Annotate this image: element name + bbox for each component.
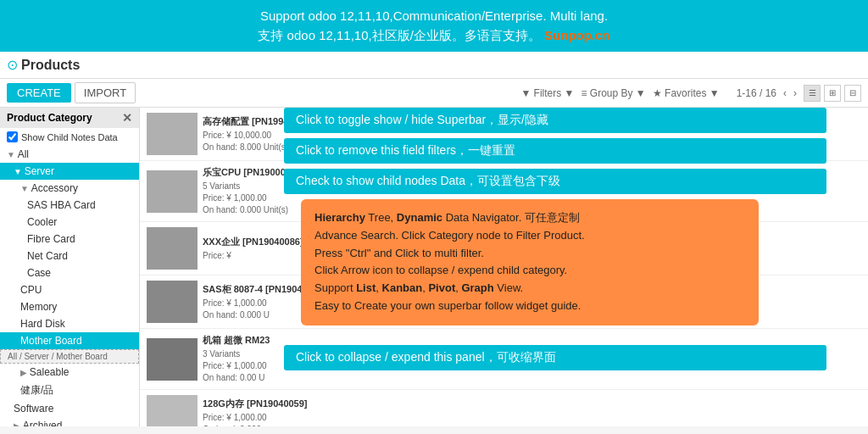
- show-child-checkbox[interactable]: Show Child Notes Data: [0, 128, 139, 146]
- sidebar-case[interactable]: Case: [0, 264, 139, 281]
- orange-line4: Click Arrow icon to collapse / expend ch…: [314, 262, 745, 280]
- pagination-text: 1-16 / 16: [737, 87, 776, 99]
- product-area: Click to toggle show / hide Superbar，显示/…: [140, 108, 868, 426]
- product-img-4: [147, 338, 198, 381]
- breadcrumb-icon: ⊙: [7, 57, 18, 73]
- orange-tooltip: Hierarchy Tree, Dynamic Data Navigator. …: [301, 199, 759, 326]
- banner-line1: Support odoo 12,11,10,Communication/Ente…: [8, 7, 860, 26]
- import-button[interactable]: IMPORT: [75, 82, 136, 103]
- favorites-button[interactable]: ★ Favorites ▼: [653, 87, 720, 99]
- next-button[interactable]: ›: [793, 87, 797, 99]
- main-layout: Product Category ✕ Show Child Notes Data…: [0, 108, 868, 426]
- toggle-tooltip: Click to toggle show / hide Superbar，显示/…: [284, 108, 826, 133]
- sidebar-software[interactable]: Software: [0, 400, 139, 417]
- sidebar-cpu[interactable]: CPU: [0, 281, 139, 298]
- list-view-icon[interactable]: ☰: [804, 85, 821, 102]
- view-icons: ☰ ⊞ ⊟: [804, 85, 861, 102]
- breadcrumb-label: Products: [21, 58, 80, 73]
- pivot-view-icon[interactable]: ⊟: [844, 85, 861, 102]
- product-img-1: [147, 170, 198, 213]
- sidebar-server[interactable]: ▼ Server: [0, 163, 139, 180]
- sidebar-fibre[interactable]: Fibre Card: [0, 231, 139, 248]
- product-info-5: 128G内存 [PN19040059] Price: ¥ 1,000.00 On…: [203, 398, 861, 427]
- toolbar-right: ▼ Filters ▼ ≡ Group By ▼ ★ Favorites ▼ 1…: [520, 85, 861, 102]
- top-banner: Support odoo 12,11,10,Communication/Ente…: [0, 0, 868, 52]
- breadcrumb-row: ⊙ Products: [0, 52, 868, 79]
- product-img-2: [147, 227, 198, 270]
- sidebar: Product Category ✕ Show Child Notes Data…: [0, 108, 140, 426]
- product-row-5[interactable]: 128G内存 [PN19040059] Price: ¥ 1,000.00 On…: [140, 390, 868, 426]
- product-img-3: [147, 281, 198, 323]
- check-child-tooltip: Check to show child nodes Data，可设置包含下级: [284, 169, 826, 194]
- sidebar-memory[interactable]: Memory: [0, 298, 139, 315]
- orange-line6: Easy to Create your own superbar follow …: [314, 298, 745, 315]
- sidebar-motherboard[interactable]: Mother Board: [0, 332, 139, 349]
- sidebar-archived[interactable]: ▶ Archived: [0, 417, 139, 426]
- collapse-tooltip: Click to collapse / expend this panel，可收…: [284, 345, 826, 370]
- arrow-accessory: ▼: [20, 184, 31, 193]
- orange-line2: Advance Search. Click Category node to F…: [314, 227, 745, 245]
- filters-button[interactable]: ▼ Filters ▼: [520, 87, 574, 99]
- kanban-view-icon[interactable]: ⊞: [824, 85, 841, 102]
- create-button[interactable]: CREATE: [7, 83, 71, 103]
- orange-line1: Hierarchy Tree, Dynamic Data Navigator. …: [314, 209, 745, 227]
- banner-line2: 支持 odoo 12,11,10,社区版/企业版。多语言支持。 Sunpop.c…: [8, 26, 860, 46]
- product-img-0: [147, 113, 198, 155]
- sidebar-all[interactable]: ▼ All: [0, 146, 139, 163]
- product-category-header[interactable]: Product Category ✕: [0, 108, 139, 128]
- remove-filter-tooltip: Click to remove this field filters，一键重置: [284, 138, 826, 164]
- orange-line3: Press "Ctrl" and Click to multi filter.: [314, 245, 745, 263]
- arrow-saleable: ▶: [20, 368, 30, 377]
- orange-line5: Support List, Kanban, Pivot, Graph View.: [314, 280, 745, 298]
- toolbar: CREATE IMPORT ▼ Filters ▼ ≡ Group By ▼ ★…: [0, 79, 868, 108]
- sidebar-harddisk[interactable]: Hard Disk: [0, 315, 139, 332]
- sidebar-health[interactable]: 健康/品: [0, 381, 139, 400]
- arrow-server: ▼: [14, 167, 25, 176]
- show-child-input[interactable]: [7, 131, 18, 142]
- groupby-button[interactable]: ≡ Group By ▼: [581, 87, 645, 99]
- sidebar-saleable[interactable]: ▶ Saleable: [0, 364, 139, 381]
- sidebar-accessory[interactable]: ▼ Accessory: [0, 180, 139, 197]
- sidebar-path-label: All / Server / Mother Board: [0, 349, 139, 364]
- collapse-icon[interactable]: ✕: [122, 111, 132, 125]
- sidebar-cooler[interactable]: Cooler: [0, 214, 139, 231]
- arrow-all: ▼: [7, 150, 18, 159]
- product-img-5: [147, 395, 198, 426]
- sidebar-netcard[interactable]: Net Card: [0, 248, 139, 264]
- prev-button[interactable]: ‹: [783, 87, 787, 99]
- sunpop-link[interactable]: Sunpop.cn: [544, 28, 610, 42]
- sidebar-sas[interactable]: SAS HBA Card: [0, 197, 139, 214]
